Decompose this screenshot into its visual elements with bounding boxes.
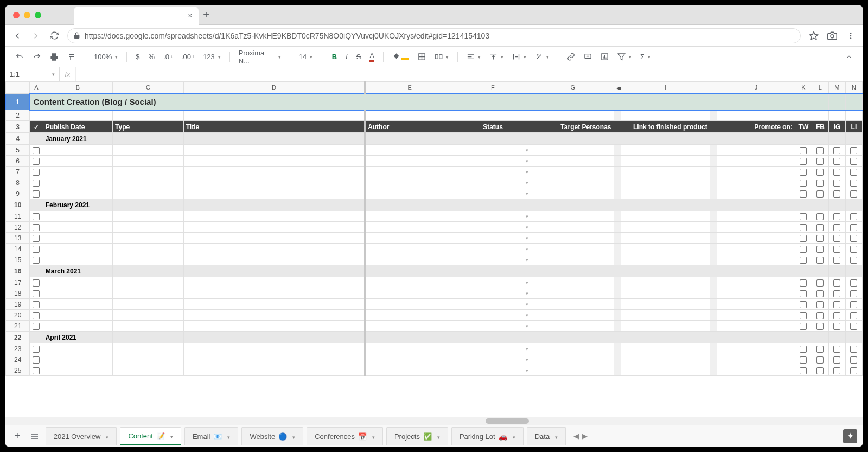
- cell[interactable]: [621, 354, 710, 365]
- cell[interactable]: [113, 156, 184, 167]
- sheet-tab-menu-caret[interactable]: [225, 432, 230, 441]
- cell[interactable]: [621, 222, 710, 233]
- cell-checkbox[interactable]: [30, 288, 43, 299]
- cell[interactable]: [717, 277, 795, 288]
- cell[interactable]: [717, 343, 795, 354]
- collapse-toolbar-button[interactable]: [842, 51, 856, 63]
- cell-checkbox[interactable]: [795, 177, 812, 188]
- row-header[interactable]: 5: [6, 145, 30, 156]
- cell-checkbox[interactable]: [795, 321, 812, 332]
- checkbox[interactable]: [833, 190, 840, 198]
- row-header[interactable]: 23: [6, 343, 30, 354]
- name-box[interactable]: 1:1▾: [5, 67, 60, 81]
- cell[interactable]: [717, 156, 795, 167]
- cell[interactable]: [532, 177, 614, 188]
- header-link[interactable]: Link to finished product: [621, 121, 710, 133]
- cell-checkbox[interactable]: [845, 177, 862, 188]
- cell[interactable]: [183, 177, 365, 188]
- cell-status-dropdown[interactable]: [454, 188, 532, 199]
- col-header-a[interactable]: A: [30, 82, 43, 94]
- checkbox[interactable]: [833, 213, 840, 220]
- cell[interactable]: [717, 145, 795, 156]
- cell-status-dropdown[interactable]: [454, 254, 532, 265]
- cell[interactable]: [43, 254, 112, 265]
- checkbox[interactable]: [850, 323, 857, 330]
- close-tab-icon[interactable]: ×: [188, 11, 192, 20]
- paint-format-button[interactable]: [64, 50, 79, 63]
- cell[interactable]: [532, 222, 614, 233]
- header-publish-date[interactable]: Publish Date: [43, 121, 112, 133]
- cell-status-dropdown[interactable]: [454, 321, 532, 332]
- checkbox[interactable]: [800, 213, 807, 220]
- sheet-tab-2021 overview[interactable]: 2021 Overview: [46, 427, 117, 445]
- checkbox[interactable]: [816, 279, 824, 287]
- row-header[interactable]: 22: [6, 332, 30, 343]
- cell-checkbox[interactable]: [30, 233, 43, 244]
- col-header-b[interactable]: B: [43, 82, 112, 94]
- cell[interactable]: [113, 167, 184, 177]
- font-select[interactable]: Proxima N...: [235, 47, 284, 67]
- cell[interactable]: [183, 222, 365, 233]
- sheet-tab-menu-caret[interactable]: [510, 432, 515, 441]
- checkbox[interactable]: [850, 246, 857, 253]
- cell[interactable]: [365, 288, 454, 299]
- cell[interactable]: [113, 145, 184, 156]
- checkbox[interactable]: [850, 224, 857, 231]
- cell-status-dropdown[interactable]: [454, 145, 532, 156]
- checkbox[interactable]: [800, 323, 807, 330]
- cell-checkbox[interactable]: [812, 299, 828, 310]
- row-header[interactable]: 19: [6, 299, 30, 310]
- cell[interactable]: [113, 211, 184, 222]
- month-label[interactable]: January 2021: [43, 133, 112, 145]
- checkbox[interactable]: [800, 279, 807, 287]
- cell-status-dropdown[interactable]: [454, 222, 532, 233]
- sheet-tab-conferences[interactable]: Conferences 📅: [307, 427, 383, 445]
- functions-button[interactable]: Σ: [637, 50, 654, 63]
- cell[interactable]: [621, 156, 710, 167]
- cell[interactable]: [365, 188, 454, 199]
- row-header[interactable]: 11: [6, 211, 30, 222]
- cell-checkbox[interactable]: [828, 310, 845, 321]
- cell[interactable]: [717, 288, 795, 299]
- row-header[interactable]: 24: [6, 354, 30, 365]
- row-header[interactable]: 18: [6, 288, 30, 299]
- cell[interactable]: [532, 299, 614, 310]
- horizontal-align-button[interactable]: [463, 50, 484, 63]
- cell[interactable]: [43, 299, 112, 310]
- cell-checkbox[interactable]: [795, 343, 812, 354]
- cell-checkbox[interactable]: [795, 354, 812, 365]
- cell[interactable]: [43, 354, 112, 365]
- cell[interactable]: [183, 288, 365, 299]
- row-header[interactable]: 1: [6, 94, 30, 110]
- checkbox[interactable]: [833, 224, 840, 231]
- cell[interactable]: [532, 211, 614, 222]
- cell[interactable]: [365, 299, 454, 310]
- cell[interactable]: [532, 145, 614, 156]
- sheet-tab-menu-caret[interactable]: [168, 432, 173, 440]
- cell-checkbox[interactable]: [828, 167, 845, 177]
- cell-status-dropdown[interactable]: [454, 299, 532, 310]
- sheet-tab-email[interactable]: Email 📧: [184, 427, 239, 445]
- cell-checkbox[interactable]: [812, 167, 828, 177]
- row-header[interactable]: 8: [6, 177, 30, 188]
- cell[interactable]: [532, 233, 614, 244]
- cell-checkbox[interactable]: [812, 233, 828, 244]
- cell[interactable]: [717, 310, 795, 321]
- cell-checkbox[interactable]: [828, 288, 845, 299]
- sheet-tab-website[interactable]: Website 🔵: [241, 427, 303, 445]
- cell[interactable]: [113, 277, 184, 288]
- cell-checkbox[interactable]: [795, 188, 812, 199]
- checkbox[interactable]: [833, 147, 840, 154]
- sheet-tab-menu-caret[interactable]: [104, 432, 108, 441]
- cell[interactable]: [532, 310, 614, 321]
- cell-status-dropdown[interactable]: [454, 354, 532, 365]
- checkbox[interactable]: [833, 235, 840, 242]
- forward-button[interactable]: [30, 30, 41, 41]
- cell[interactable]: [113, 365, 184, 376]
- cell-checkbox[interactable]: [845, 321, 862, 332]
- checkbox[interactable]: [833, 246, 840, 253]
- cell-status-dropdown[interactable]: [454, 277, 532, 288]
- explore-button[interactable]: ✦: [843, 429, 857, 443]
- cell-checkbox[interactable]: [812, 222, 828, 233]
- text-rotation-button[interactable]: [532, 50, 552, 63]
